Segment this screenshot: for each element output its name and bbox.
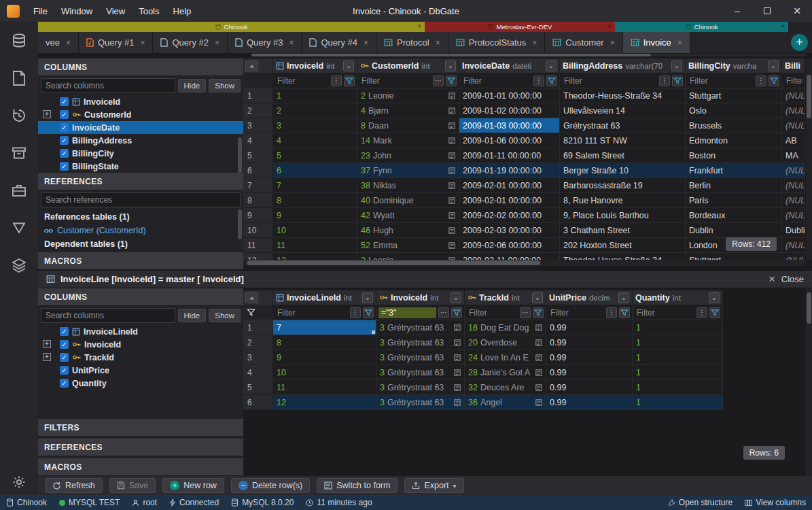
filter-menu-button[interactable]: ⋮ bbox=[659, 75, 670, 86]
cell-billingcity[interactable]: Dublin bbox=[686, 223, 782, 238]
cell-invoiceid[interactable]: 3 bbox=[273, 118, 357, 133]
checkbox-checked[interactable]: ✓ bbox=[60, 366, 69, 375]
references-section-header[interactable]: REFERENCES bbox=[38, 439, 243, 456]
checkbox-checked[interactable]: ✓ bbox=[60, 162, 69, 171]
cell-invoiceid[interactable]: 5 bbox=[273, 148, 357, 163]
minimize-button[interactable]: – bbox=[722, 0, 752, 22]
cell-billingstate[interactable]: (NULL) bbox=[782, 208, 805, 223]
filter-input[interactable]: Filter bbox=[461, 76, 531, 86]
menu-window[interactable]: Window bbox=[54, 3, 99, 20]
checkbox-checked[interactable]: ✓ bbox=[60, 379, 69, 388]
close-reference-button[interactable]: ✕ Close bbox=[769, 274, 804, 284]
column-item-trackid[interactable]: +✓TrackId bbox=[38, 351, 243, 364]
sidebar-favorites-icon[interactable] bbox=[10, 256, 28, 274]
cell-trackid[interactable]: 32Deuces Are bbox=[465, 380, 546, 395]
column-item-billingcity[interactable]: ✓BillingCity bbox=[38, 147, 243, 160]
column-item-invoiceid[interactable]: ✓InvoiceId bbox=[38, 95, 243, 108]
column-header-unitprice[interactable]: UnitPricedecim⌄ bbox=[546, 290, 633, 305]
horizontal-scrollbar[interactable] bbox=[243, 260, 806, 266]
row-number[interactable]: 12 bbox=[243, 253, 273, 260]
cell-trackid[interactable]: 20Overdose bbox=[465, 335, 546, 350]
filter-menu-button[interactable]: ⋮ bbox=[350, 307, 361, 318]
cell-billingstate[interactable]: MA bbox=[782, 148, 805, 163]
filter-menu-button[interactable]: ⋮ bbox=[756, 75, 766, 86]
tab-group-chinook[interactable]: Chinook× bbox=[38, 22, 425, 32]
cell-invoicedate[interactable]: 2009-01-06 00:00:00 bbox=[459, 133, 560, 148]
cell-unitprice[interactable]: 0.99 bbox=[546, 335, 633, 350]
row-number[interactable]: 5 bbox=[243, 148, 273, 163]
filter-input[interactable]: Filter bbox=[635, 308, 694, 318]
cell-invoiceid[interactable]: 1 bbox=[273, 88, 357, 103]
filter-cell-invoiceid[interactable]: ="3"⋯ bbox=[376, 305, 465, 320]
column-item-billingstate[interactable]: ✓BillingState bbox=[38, 160, 243, 173]
column-header-customerid[interactable]: CustomerIdint⌄ bbox=[357, 58, 459, 73]
cell-customerid[interactable]: 2Leonie bbox=[357, 253, 459, 260]
cell-customerid[interactable]: 38Niklas bbox=[357, 178, 459, 193]
refresh-button[interactable]: Refresh bbox=[45, 478, 103, 493]
cell-invoicedate[interactable]: 2009-02-01 00:00:00 bbox=[459, 193, 560, 208]
menu-help[interactable]: Help bbox=[166, 3, 198, 20]
tab-scrollbar-thumb[interactable] bbox=[251, 54, 651, 56]
chevron-down-icon[interactable]: ⌄ bbox=[532, 292, 543, 303]
cell-billingcity[interactable]: Oslo bbox=[686, 103, 782, 118]
sidebar-history-icon[interactable] bbox=[10, 107, 28, 124]
checkbox-checked[interactable]: ✓ bbox=[60, 136, 69, 145]
search-columns-input[interactable] bbox=[41, 78, 175, 93]
cell-customerid[interactable]: 46Hugh bbox=[357, 223, 459, 238]
column-header-invoiceid[interactable]: InvoiceIdint⌄ bbox=[273, 58, 357, 73]
cell-billingcity[interactable]: Berlin bbox=[686, 178, 782, 193]
cell-invoiceid[interactable]: 2 bbox=[273, 103, 357, 118]
tab-query-3[interactable]: Query #3× bbox=[228, 32, 302, 53]
cell-billingstate[interactable]: (NULL) bbox=[782, 238, 805, 253]
cell-invoicedate[interactable]: 2009-02-11 00:00:00 bbox=[459, 253, 560, 260]
cell-unitprice[interactable]: 0.99 bbox=[546, 350, 633, 365]
open-detail-icon[interactable] bbox=[454, 369, 461, 376]
open-detail-icon[interactable] bbox=[448, 167, 455, 174]
cell-customerid[interactable]: 4Bjørn bbox=[357, 103, 459, 118]
row-number[interactable]: 6 bbox=[243, 163, 273, 178]
close-icon[interactable]: × bbox=[364, 38, 368, 48]
column-item-customerid[interactable]: +✓CustomerId bbox=[38, 108, 243, 121]
funnel-icon[interactable] bbox=[344, 75, 355, 86]
filter-menu-button[interactable]: ⋯ bbox=[438, 307, 449, 318]
open-detail-icon[interactable] bbox=[448, 152, 455, 159]
cell-invoiceid[interactable]: 4 bbox=[273, 133, 357, 148]
open-detail-icon[interactable] bbox=[535, 339, 542, 346]
scrollbar-thumb[interactable] bbox=[247, 260, 540, 265]
close-icon[interactable]: × bbox=[607, 22, 612, 30]
row-number[interactable]: 2 bbox=[243, 335, 273, 350]
filter-input[interactable]: Filter bbox=[359, 76, 431, 86]
cell-invoiceid[interactable]: 3Grétrystraat 63 bbox=[376, 350, 465, 365]
checkbox-checked[interactable]: ✓ bbox=[60, 123, 69, 132]
chevron-down-icon[interactable]: ⌄ bbox=[343, 61, 354, 71]
filter-input[interactable]: Filter bbox=[562, 76, 657, 86]
cell-billingstate[interactable]: (NULL) bbox=[782, 103, 805, 118]
cell-billingcity[interactable]: Stuttgart bbox=[686, 88, 782, 103]
filter-menu-button[interactable]: ⋮ bbox=[533, 75, 544, 86]
open-detail-icon[interactable] bbox=[535, 354, 542, 361]
cell-invoicelineid[interactable]: 12 bbox=[273, 395, 376, 410]
funnel-icon[interactable] bbox=[709, 307, 720, 318]
cell-customerid[interactable]: 14Mark bbox=[357, 133, 459, 148]
row-number[interactable]: 4 bbox=[243, 133, 273, 148]
column-item-invoiceid[interactable]: +✓InvoiceId bbox=[38, 338, 243, 351]
row-number[interactable]: 7 bbox=[243, 178, 273, 193]
cell-unitprice[interactable]: 0.99 bbox=[546, 395, 633, 410]
cell-billingstate[interactable]: (NULL) bbox=[782, 253, 805, 260]
tab-query-2[interactable]: Query #2× bbox=[153, 32, 228, 53]
tab-protocol[interactable]: Protocol× bbox=[376, 32, 448, 53]
cell-billingaddress[interactable]: 9, Place Louis Barthou bbox=[560, 208, 686, 223]
row-number[interactable]: 3 bbox=[243, 350, 273, 365]
cell-billingaddress[interactable]: 8210 111 ST NW bbox=[560, 133, 686, 148]
cell-customerid[interactable]: 8Daan bbox=[357, 118, 459, 133]
status-connection[interactable]: Chinook bbox=[6, 498, 47, 507]
tab-protocolstatus[interactable]: ProtocolStatus× bbox=[448, 32, 546, 53]
checkbox-checked[interactable]: ✓ bbox=[60, 149, 69, 158]
cell-billingstate[interactable]: (NULL) bbox=[782, 118, 805, 133]
chevron-down-icon[interactable]: ⌄ bbox=[546, 61, 557, 71]
delete-rows-button[interactable]: − Delete row(s) bbox=[231, 478, 310, 493]
menu-file[interactable]: File bbox=[27, 3, 54, 20]
cell-invoiceid[interactable]: 11 bbox=[273, 238, 357, 253]
search-references-input[interactable] bbox=[41, 192, 241, 207]
cell-invoicelineid[interactable]: 11 bbox=[273, 380, 376, 395]
